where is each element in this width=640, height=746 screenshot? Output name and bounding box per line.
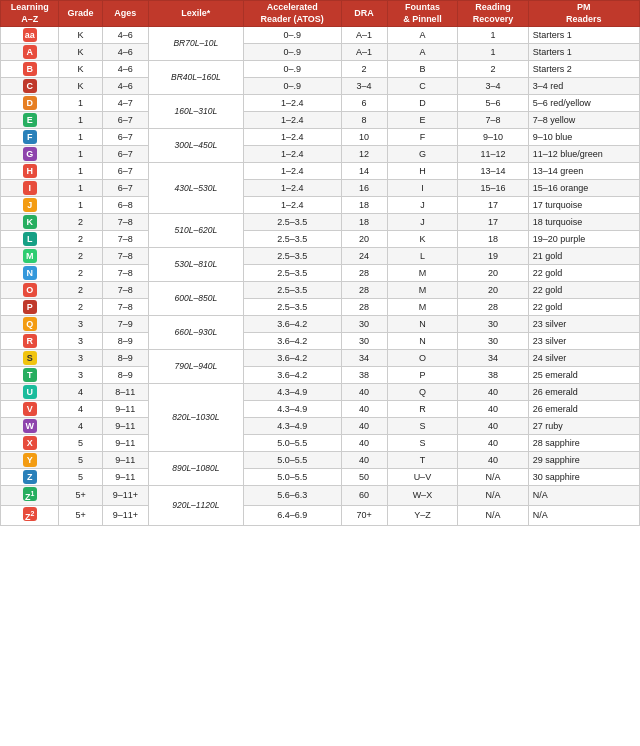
rr-cell: 7–8 (458, 112, 529, 129)
grade-cell: 1 (59, 146, 102, 163)
dra-cell: 40 (341, 418, 387, 435)
fp-cell: J (387, 214, 458, 231)
grade-cell: 1 (59, 95, 102, 112)
grade-cell: 1 (59, 163, 102, 180)
az-badge-cell: S (1, 350, 59, 367)
table-row: D14–7160L–310L1–2.46D5–65–6 red/yellow (1, 95, 640, 112)
lexile-cell: BR40L–160L (148, 61, 243, 95)
dra-cell: 60 (341, 486, 387, 506)
grade-cell: 4 (59, 401, 102, 418)
lexile-cell: 300L–450L (148, 129, 243, 163)
rr-cell: 5–6 (458, 95, 529, 112)
az-badge-cell: Y (1, 452, 59, 469)
pm-cell: 7–8 yellow (528, 112, 639, 129)
rr-cell: 2 (458, 61, 529, 78)
table-row: AK4–60–.9A–1A1Starters 1 (1, 44, 640, 61)
table-row: L27–82.5–3.520K1819–20 purple (1, 231, 640, 248)
grade-cell: 5+ (59, 506, 102, 526)
grade-cell: 1 (59, 197, 102, 214)
fp-cell: B (387, 61, 458, 78)
col-header-lexile: Lexile* (148, 1, 243, 27)
az-badge-cell: R (1, 333, 59, 350)
rr-cell: 11–12 (458, 146, 529, 163)
rr-cell: 34 (458, 350, 529, 367)
fp-cell: Y–Z (387, 506, 458, 526)
fp-cell: M (387, 299, 458, 316)
ages-cell: 9–11 (102, 435, 148, 452)
ages-cell: 7–8 (102, 282, 148, 299)
rr-cell: 40 (458, 418, 529, 435)
grade-cell: 2 (59, 265, 102, 282)
fp-cell: I (387, 180, 458, 197)
pm-cell: 29 sapphire (528, 452, 639, 469)
table-row: N27–82.5–3.528M2022 gold (1, 265, 640, 282)
dra-cell: 6 (341, 95, 387, 112)
pm-cell: N/A (528, 506, 639, 526)
reading-levels-table: LearningA–Z Grade Ages Lexile* Accelerat… (0, 0, 640, 526)
dra-cell: 28 (341, 265, 387, 282)
atos-cell: 1–2.4 (243, 95, 341, 112)
az-badge-cell: D (1, 95, 59, 112)
atos-cell: 2.5–3.5 (243, 214, 341, 231)
atos-cell: 2.5–3.5 (243, 282, 341, 299)
az-badge-cell: H (1, 163, 59, 180)
grade-cell: 1 (59, 180, 102, 197)
dra-cell: 28 (341, 299, 387, 316)
az-badge-cell: M (1, 248, 59, 265)
lexile-cell: 510L–620L (148, 214, 243, 248)
ages-cell: 6–7 (102, 163, 148, 180)
atos-cell: 1–2.4 (243, 146, 341, 163)
dra-cell: 8 (341, 112, 387, 129)
lexile-cell: 160L–310L (148, 95, 243, 129)
ages-cell: 8–11 (102, 384, 148, 401)
az-badge-cell: Z2 (1, 506, 59, 526)
table-row: V49–114.3–4.940R4026 emerald (1, 401, 640, 418)
fp-cell: H (387, 163, 458, 180)
fp-cell: P (387, 367, 458, 384)
atos-cell: 4.3–4.9 (243, 401, 341, 418)
atos-cell: 1–2.4 (243, 180, 341, 197)
fp-cell: C (387, 78, 458, 95)
grade-cell: 5 (59, 452, 102, 469)
pm-cell: 11–12 blue/green (528, 146, 639, 163)
az-badge-cell: T (1, 367, 59, 384)
atos-cell: 3.6–4.2 (243, 316, 341, 333)
col-header-fp: Fountas& Pinnell (387, 1, 458, 27)
atos-cell: 0–.9 (243, 44, 341, 61)
atos-cell: 1–2.4 (243, 129, 341, 146)
fp-cell: W–X (387, 486, 458, 506)
az-badge-cell: U (1, 384, 59, 401)
grade-cell: 4 (59, 384, 102, 401)
dra-cell: A–1 (341, 44, 387, 61)
ages-cell: 9–11 (102, 401, 148, 418)
table-row: S38–9790L–940L3.6–4.234O3424 silver (1, 350, 640, 367)
pm-cell: 23 silver (528, 333, 639, 350)
lexile-cell: 920L–1120L (148, 486, 243, 525)
table-row: F16–7300L–450L1–2.410F9–109–10 blue (1, 129, 640, 146)
lexile-cell: 530L–810L (148, 248, 243, 282)
pm-cell: 17 turquoise (528, 197, 639, 214)
lexile-cell: 430L–530L (148, 163, 243, 214)
atos-cell: 0–.9 (243, 78, 341, 95)
col-header-grade: Grade (59, 1, 102, 27)
lexile-cell: 600L–850L (148, 282, 243, 316)
dra-cell: 40 (341, 452, 387, 469)
az-badge-cell: Z (1, 469, 59, 486)
atos-cell: 0–.9 (243, 61, 341, 78)
pm-cell: 22 gold (528, 299, 639, 316)
table-row: Q37–9660L–930L3.6–4.230N3023 silver (1, 316, 640, 333)
atos-cell: 3.6–4.2 (243, 367, 341, 384)
fp-cell: T (387, 452, 458, 469)
fp-cell: U–V (387, 469, 458, 486)
az-badge-cell: L (1, 231, 59, 248)
atos-cell: 5.0–5.5 (243, 469, 341, 486)
fp-cell: F (387, 129, 458, 146)
grade-cell: 2 (59, 248, 102, 265)
az-badge-cell: B (1, 61, 59, 78)
fp-cell: M (387, 265, 458, 282)
ages-cell: 9–11+ (102, 506, 148, 526)
pm-cell: Starters 2 (528, 61, 639, 78)
table-row: R38–93.6–4.230N3023 silver (1, 333, 640, 350)
az-badge-cell: C (1, 78, 59, 95)
dra-cell: 10 (341, 129, 387, 146)
